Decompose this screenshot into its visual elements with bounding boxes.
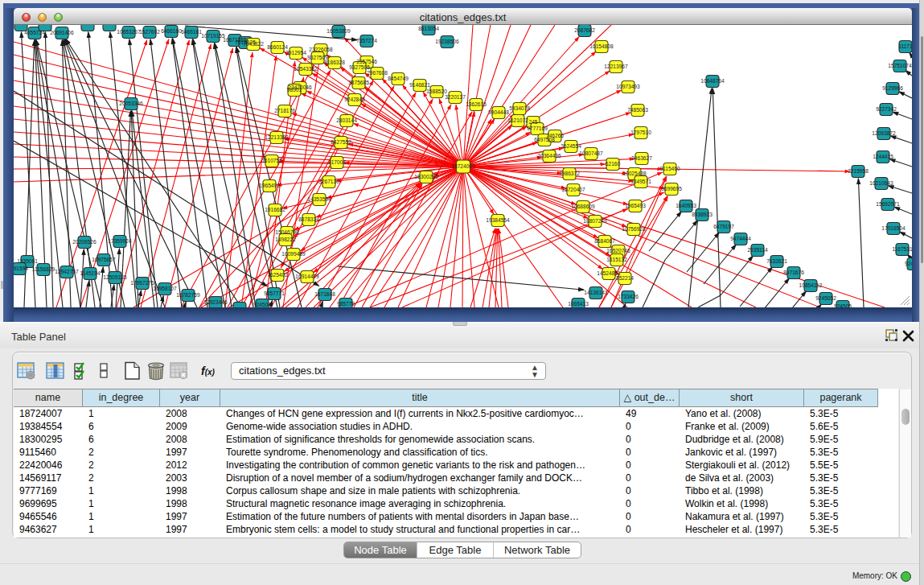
svg-text:10648764: 10648764: [700, 78, 725, 84]
svg-text:18724007: 18724007: [451, 163, 475, 169]
svg-text:12942757: 12942757: [55, 269, 79, 274]
svg-text:8186328: 8186328: [324, 60, 345, 65]
svg-text:1621072: 1621072: [507, 117, 528, 123]
svg-text:3875685: 3875685: [348, 80, 369, 85]
svg-text:16914479: 16914479: [295, 274, 319, 279]
svg-text:19384554: 19384554: [486, 217, 510, 223]
svg-text:6466160: 6466160: [161, 28, 182, 34]
svg-text:10973493: 10973493: [616, 84, 640, 89]
svg-text:1167531: 1167531: [892, 246, 912, 252]
svg-text:1588520: 1588520: [426, 89, 447, 94]
svg-text:1349571: 1349571: [630, 179, 651, 184]
svg-text:16520746: 16520746: [606, 248, 630, 253]
svg-text:15720407: 15720407: [561, 187, 585, 192]
svg-text:1362615: 1362615: [466, 101, 487, 107]
svg-text:9129966: 9129966: [882, 85, 903, 91]
svg-text:2718176: 2718176: [274, 108, 295, 113]
svg-text:18807249: 18807249: [583, 218, 607, 224]
svg-text:3912954: 3912954: [285, 50, 306, 56]
svg-text:7625402: 7625402: [267, 272, 288, 278]
svg-text:9904448: 9904448: [488, 109, 509, 115]
svg-text:12213383: 12213383: [265, 134, 289, 140]
svg-text:12505135: 12505135: [103, 274, 127, 280]
svg-text:10719155: 10719155: [201, 33, 225, 39]
svg-text:20206526: 20206526: [72, 239, 97, 245]
svg-text:10975657: 10975657: [92, 257, 116, 262]
svg-text:1640953: 1640953: [676, 203, 696, 208]
svg-text:10653267: 10653267: [117, 29, 141, 35]
svg-text:11171: 11171: [898, 43, 912, 49]
svg-text:17957275: 17957275: [130, 280, 154, 286]
svg-text:1498222: 1498222: [275, 237, 296, 242]
svg-text:1965493: 1965493: [259, 183, 280, 188]
svg-text:9227342: 9227342: [876, 106, 897, 112]
svg-text:1335061: 1335061: [17, 258, 38, 264]
svg-text:7643822: 7643822: [243, 41, 264, 47]
svg-text:6466161: 6466161: [181, 29, 202, 35]
svg-text:245: 245: [528, 119, 537, 125]
svg-text:17359924: 17359924: [108, 238, 132, 244]
svg-text:9777169: 9777169: [527, 126, 548, 131]
svg-text:17016504: 17016504: [881, 225, 906, 231]
svg-text:8878334: 8878334: [298, 216, 319, 222]
svg-text:3267130: 3267130: [318, 179, 339, 184]
svg-text:12923446: 12923446: [203, 299, 228, 305]
svg-text:7357274: 7357274: [356, 38, 377, 43]
svg-text:10854112: 10854112: [799, 282, 823, 288]
svg-text:16210643: 16210643: [869, 180, 893, 186]
svg-text:20691406: 20691406: [50, 30, 74, 35]
svg-text:7632621: 7632621: [766, 258, 787, 264]
svg-text:15751074: 15751074: [888, 63, 912, 68]
svg-text:19238506: 19238506: [435, 39, 459, 44]
svg-text:10025438: 10025438: [622, 171, 647, 176]
svg-text:985779: 985779: [337, 301, 355, 307]
svg-text:252214: 252214: [616, 275, 634, 281]
svg-text:8938923: 8938923: [692, 212, 713, 217]
svg-text:3624554: 3624554: [561, 143, 581, 149]
svg-text:1615132: 1615132: [606, 257, 627, 262]
svg-text:62160: 62160: [606, 161, 621, 167]
svg-text:6479197: 6479197: [713, 224, 734, 229]
svg-text:20053346: 20053346: [119, 101, 143, 106]
svg-text:12093872: 12093872: [872, 130, 896, 136]
svg-text:3215958: 3215958: [848, 168, 869, 174]
svg-text:1571848: 1571848: [314, 291, 335, 297]
svg-text:924504: 924504: [253, 302, 271, 307]
svg-text:746266: 746266: [546, 133, 564, 138]
svg-text:1527602: 1527602: [139, 29, 160, 35]
svg-text:14136141: 14136141: [584, 290, 608, 295]
svg-text:10807487: 10807487: [579, 150, 603, 156]
svg-text:8471676: 8471676: [783, 270, 804, 275]
svg-text:2087682: 2087682: [574, 27, 595, 33]
svg-text:391594: 391594: [14, 266, 28, 271]
svg-text:1610755: 1610755: [261, 158, 282, 163]
svg-text:23226058: 23226058: [309, 47, 333, 52]
svg-text:9115460: 9115460: [659, 166, 680, 171]
svg-text:1733426: 1733426: [618, 294, 639, 299]
svg-text:98901: 98901: [287, 87, 302, 93]
svg-text:1145194: 1145194: [80, 270, 101, 276]
svg-text:1297510: 1297510: [630, 130, 651, 135]
svg-text:924501: 924501: [905, 261, 912, 266]
svg-text:9146821: 9146821: [409, 82, 430, 88]
svg-text:8427552: 8427552: [331, 139, 351, 145]
svg-text:16154808: 16154808: [589, 43, 614, 49]
svg-text:9699695: 9699695: [661, 186, 682, 192]
svg-text:10958107: 10958107: [153, 286, 177, 291]
svg-text:8813054: 8813054: [418, 26, 439, 31]
svg-text:14353594: 14353594: [307, 196, 331, 202]
svg-text:417004: 417004: [328, 159, 346, 165]
svg-text:5934078: 5934078: [509, 105, 530, 111]
svg-text:20364436: 20364436: [537, 153, 561, 159]
svg-text:1244415: 1244415: [873, 154, 893, 159]
svg-text:16782759: 16782759: [176, 292, 200, 298]
svg-text:18300295: 18300295: [414, 174, 438, 179]
svg-text:1065413: 1065413: [568, 301, 589, 307]
svg-text:8660124: 8660124: [267, 44, 288, 50]
svg-text:7986372: 7986372: [559, 171, 580, 176]
svg-text:15046798: 15046798: [275, 229, 299, 235]
svg-text:7485063: 7485063: [627, 107, 648, 113]
svg-text:8454749: 8454749: [388, 76, 409, 81]
svg-text:9327505: 9327505: [349, 64, 370, 70]
svg-text:9474444: 9474444: [730, 236, 751, 241]
